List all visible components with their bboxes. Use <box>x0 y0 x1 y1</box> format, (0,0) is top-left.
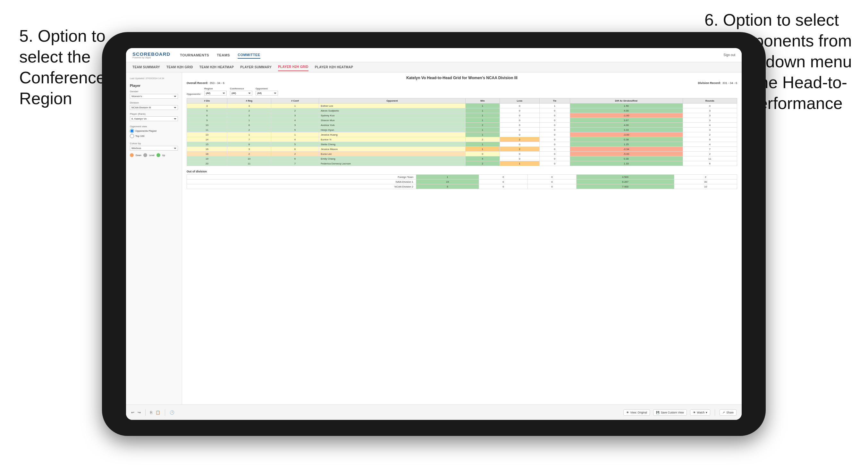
radio-top100[interactable]: Top 100 <box>130 134 178 138</box>
cell-reg: 11 <box>227 161 271 166</box>
cell-diff: 1.25 <box>570 142 683 147</box>
cell-diff: 0.38 <box>570 137 683 142</box>
cell-conf: 1 <box>271 103 319 108</box>
opponent-filter-label: Opponent <box>255 87 278 90</box>
gender-select[interactable]: Women's Men's <box>130 94 178 99</box>
table-row: 20 11 7 Federica Domecq Lacroze 2 1 0 1.… <box>187 161 737 166</box>
col-header-rounds: Rounds <box>683 98 737 103</box>
cell-opponent: Emily Chang <box>319 156 465 161</box>
col-header-opponent: Opponent <box>319 98 465 103</box>
cell-diff: 3.67 <box>570 118 683 123</box>
share-icon: ↗ <box>722 411 725 414</box>
down-dot <box>130 153 134 157</box>
ood-cell-win: 5 <box>416 184 479 189</box>
up-label: Up <box>162 154 165 156</box>
cell-loss: 1 <box>500 161 539 166</box>
ood-cell-loss: 0 <box>479 175 527 180</box>
cell-win: 2 <box>465 161 500 166</box>
cell-conf: 5 <box>271 128 319 132</box>
cell-win: 2 <box>465 137 500 142</box>
sub-nav-team-h2h-grid[interactable]: TEAM H2H GRID <box>166 63 193 71</box>
ood-cell-rounds: 10 <box>674 184 737 189</box>
sub-nav-team-summary[interactable]: TEAM SUMMARY <box>132 63 160 71</box>
nav-teams[interactable]: TEAMS <box>217 52 230 58</box>
view-original-button[interactable]: 👁 View: Original <box>623 409 650 416</box>
cell-win: 2 <box>465 123 500 128</box>
tablet-device: SCOREBOARD Powered by clippd TOURNAMENTS… <box>102 32 766 436</box>
up-dot <box>156 153 160 157</box>
region-filter-select[interactable]: (All) <box>204 91 227 95</box>
sub-nav-player-h2h-heatmap[interactable]: PLAYER H2H HEATMAP <box>315 63 353 71</box>
cell-opponent: Stella Cheng <box>319 142 465 147</box>
cell-tie: 0 <box>540 161 570 166</box>
cell-tie: 0 <box>540 152 570 156</box>
main-data-table: # Div # Reg # Conf Opponent Win Loss Tie… <box>187 98 737 166</box>
cell-div: 3 <box>187 103 227 108</box>
cell-conf: 2 <box>271 108 319 113</box>
cell-conf: 7 <box>271 161 319 166</box>
nav-committee[interactable]: COMMITTEE <box>238 52 260 59</box>
cell-loss: 0 <box>500 108 539 113</box>
cell-win: 0 <box>465 152 500 156</box>
division-label: Division <box>130 101 178 104</box>
header-right: Sign out <box>723 53 735 57</box>
radio-opponents-played[interactable]: Opponents Played <box>130 129 178 133</box>
cell-div: 19 <box>187 156 227 161</box>
redo-icon[interactable]: ↪ <box>137 410 141 415</box>
table-row: 10 6 3 Andrea York 2 0 0 4.00 4 <box>187 123 737 128</box>
sub-nav-player-h2h-grid[interactable]: PLAYER H2H GRID <box>278 63 308 71</box>
view-icon: 👁 <box>626 411 629 414</box>
division-record: Division Record: 331 - 34 - 6 <box>698 82 737 85</box>
out-of-division-table: Foreign Team 1 0 0 4.500 2 NAIA Division… <box>187 174 737 189</box>
copy-icon[interactable]: ⎘ <box>150 410 152 415</box>
cell-div: 10 <box>187 123 227 128</box>
filter-group-conference: Conference (All) <box>230 87 252 95</box>
cell-loss: 0 <box>500 152 539 156</box>
main-nav: TOURNAMENTS TEAMS COMMITTEE <box>180 52 714 59</box>
ood-cell-win: 1 <box>416 175 479 180</box>
cell-diff: -3.00 <box>570 132 683 137</box>
toolbar-separator-1 <box>145 409 146 416</box>
table-row: 14 7 4 Eunice Yi 2 2 0 0.38 9 <box>187 137 737 142</box>
cell-conf: 3 <box>271 123 319 128</box>
nav-tournaments[interactable]: TOURNAMENTS <box>180 52 209 58</box>
colour-by-select[interactable]: Win/loss <box>130 146 178 151</box>
table-row: 19 10 6 Emily Chang 4 0 0 0.30 11 <box>187 156 737 161</box>
share-button[interactable]: ↗ Share <box>719 409 737 416</box>
cell-reg: 2 <box>227 128 271 132</box>
cell-conf: 1 <box>271 132 319 137</box>
sub-nav: TEAM SUMMARY TEAM H2H GRID TEAM H2H HEAT… <box>126 62 742 72</box>
filter-group-opponents: Opponents: <box>187 93 201 95</box>
cell-div: 13 <box>187 132 227 137</box>
conference-filter-select[interactable]: (All) <box>230 91 252 95</box>
cell-diff: 4.00 <box>570 123 683 128</box>
division-select[interactable]: NCAA Division III NCAA Division I NCAA D… <box>130 105 178 110</box>
cell-diff: 4.00 <box>570 108 683 113</box>
save-custom-view-button[interactable]: 💾 Save Custom View <box>653 409 687 416</box>
cell-win: 1 <box>465 113 500 118</box>
cell-opponent: Heejo Hyun <box>319 128 465 132</box>
sub-nav-player-summary[interactable]: PLAYER SUMMARY <box>240 63 272 71</box>
table-row: 3 3 1 Esther Lee 1 0 1 1.50 4 <box>187 103 737 108</box>
clock-icon[interactable]: 🕐 <box>169 410 175 415</box>
cell-win: 1 <box>465 118 500 123</box>
sub-nav-team-h2h-heatmap[interactable]: TEAM H2H HEATMAP <box>199 63 234 71</box>
cell-div: 20 <box>187 161 227 166</box>
opponent-filter-select[interactable]: (All) <box>255 91 278 95</box>
cell-loss: 0 <box>500 132 539 137</box>
cell-conf: 2 <box>271 152 319 156</box>
watch-button[interactable]: 👁 Watch ▾ <box>690 409 711 416</box>
cell-reg: 1 <box>227 118 271 123</box>
paste-icon[interactable]: 📋 <box>156 410 160 415</box>
cell-tie: 0 <box>540 118 570 123</box>
toolbar-separator-2 <box>165 409 165 416</box>
undo-icon[interactable]: ↩ <box>131 410 134 415</box>
sidebar: Last Updated: 27/03/2024 14:34 Player Ge… <box>126 72 182 405</box>
save-icon: 💾 <box>656 411 659 414</box>
sign-out-link[interactable]: Sign out <box>723 53 735 57</box>
cell-opponent: Euna Lee <box>319 152 465 156</box>
player-rank-select[interactable]: 6. Katelyn Vo <box>130 116 178 121</box>
cell-opponent: Andrea York <box>319 123 465 128</box>
cell-tie: 0 <box>540 132 570 137</box>
cell-win: 1 <box>465 108 500 113</box>
